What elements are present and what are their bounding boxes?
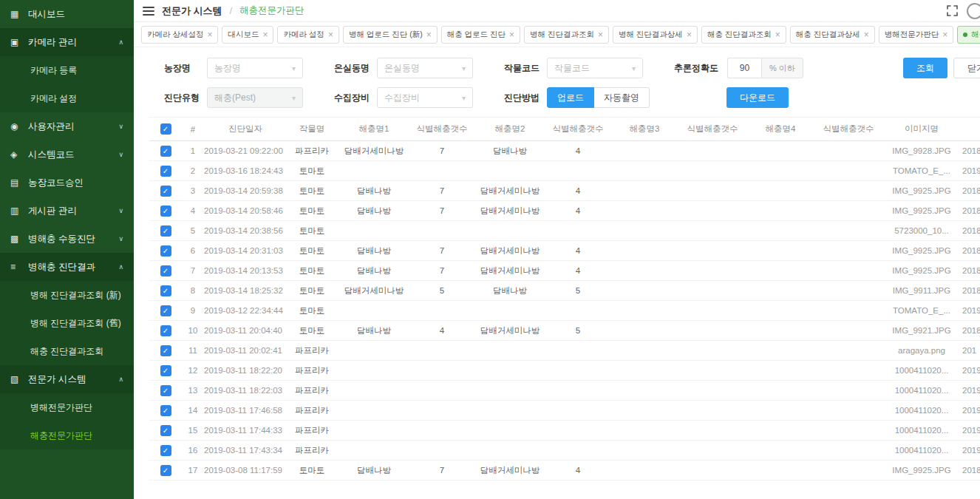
diagnosis-type-select[interactable]: 해충(Pest) ▾ [207, 87, 303, 108]
table-row[interactable]: 122019-03-11 18:22:20파프리카1000411020...20… [149, 361, 980, 381]
sidebar-subitem[interactable]: 해충전문가판단 [0, 421, 134, 449]
row-checkbox[interactable] [160, 245, 171, 257]
column-header[interactable]: 해충명1 [337, 118, 411, 141]
table-row[interactable]: 152019-03-11 17:44:33파프리카1000411020...20… [149, 421, 980, 441]
column-header[interactable]: 이미지명 [881, 118, 962, 141]
table-row[interactable]: 32019-03-14 20:59:38토마토담배나방7담배거세미나방4IMG_… [149, 181, 980, 201]
row-checkbox[interactable] [160, 265, 171, 276]
row-checkbox[interactable] [160, 166, 171, 177]
download-button[interactable]: 다운로드 [727, 87, 789, 108]
column-header[interactable]: 식별해충갯수 [547, 118, 609, 141]
table-row[interactable]: 142019-03-11 17:46:58파프리카1000411020...20… [149, 401, 980, 421]
select-all-checkbox[interactable] [160, 123, 171, 135]
tab[interactable]: 병해전문가판단× [879, 26, 954, 44]
sidebar-item[interactable]: ◈시스템코드∨ [0, 140, 134, 169]
sidebar-item[interactable]: ▧전문가 시스템∧ [0, 365, 134, 393]
table-row[interactable]: 92019-03-12 22:34:44토마토TOMATO_E_...2019 [149, 301, 980, 321]
accuracy-input[interactable] [727, 58, 761, 78]
farm-select[interactable]: 농장명 ▾ [207, 58, 303, 78]
tab[interactable]: 해충 업로드 진단× [441, 26, 520, 44]
menu-toggle-icon[interactable] [143, 5, 154, 17]
sidebar-subitem[interactable]: 병해전문가판단 [0, 393, 134, 421]
row-checkbox[interactable] [160, 285, 171, 296]
row-checkbox[interactable] [160, 365, 171, 376]
equipment-select[interactable]: 수집장비 ▾ [377, 87, 473, 108]
table-row[interactable]: 112019-03-11 20:02:41파프리카aragaya.png201 [149, 341, 980, 361]
column-header[interactable]: 해충명2 [473, 118, 547, 141]
method-auto-button[interactable]: 자동촬영 [594, 87, 650, 108]
row-checkbox[interactable] [160, 385, 171, 396]
row-checkbox[interactable] [160, 345, 171, 356]
row-checkbox[interactable] [160, 146, 171, 157]
table-row[interactable]: 52019-03-14 20:38:56토마토5723000_10...2018 [149, 221, 980, 241]
user-avatar[interactable] [967, 3, 980, 19]
table-row[interactable]: 172019-03-08 11:17:59토마토담배나방7담배거세미나방4IMG… [149, 461, 980, 481]
sidebar-subitem[interactable]: 병해 진단결과조회 (舊) [0, 309, 134, 337]
table-row[interactable]: 22019-03-16 18:24:43토마토TOMATO_E_...2019 [149, 161, 980, 181]
tab[interactable]: 병해 업로드 진단 (新)× [343, 26, 438, 44]
table-row[interactable]: 42019-03-14 20:58:46토마토담배나방7담배거세미나방4IMG_… [149, 201, 980, 221]
tab[interactable]: 카메라 설정× [277, 26, 338, 44]
tab[interactable]: 해충 진단결과상세× [790, 26, 875, 44]
sidebar-subitem[interactable]: 해충 진단결과조회 [0, 337, 134, 365]
row-checkbox[interactable] [160, 465, 171, 476]
sidebar-item[interactable]: ≡병해충 진단결과∧ [0, 253, 134, 281]
table-row[interactable]: 102019-03-11 20:04:40토마토담배나방4담배거세미나방5IMG… [149, 321, 980, 341]
row-checkbox[interactable] [160, 186, 171, 197]
column-header[interactable]: 작물명 [287, 118, 337, 141]
sidebar-subitem[interactable]: 병해 진단결과조회 (新) [0, 281, 134, 309]
table-row[interactable]: 162019-03-11 17:43:34파프리카1000411020...20… [149, 441, 980, 461]
tab[interactable]: 대시보드× [222, 26, 273, 44]
table-row[interactable]: 72019-03-14 20:13:53토마토담배나방7담배거세미나방4IMG_… [149, 261, 980, 281]
tab-close-icon[interactable]: × [328, 30, 333, 39]
tab-close-icon[interactable]: × [598, 30, 603, 39]
column-header[interactable]: 식별해충갯수 [680, 118, 745, 141]
sidebar-item[interactable]: ▦대시보드 [0, 0, 134, 28]
column-header[interactable]: 식별해충갯수 [411, 118, 473, 141]
row-checkbox[interactable] [160, 325, 171, 336]
tab-close-icon[interactable]: × [262, 30, 268, 39]
table-row[interactable]: 62019-03-14 20:31:03토마토담배나방7담배거세미나방4IMG_… [149, 241, 980, 261]
sidebar-item[interactable]: ▤농장코드승인 [0, 169, 134, 197]
table-row[interactable]: 12019-03-21 09:22:00파프리카담배거세미나방7담배나방4IMG… [149, 141, 980, 161]
row-checkbox[interactable] [160, 405, 171, 416]
table-row[interactable]: 82019-03-14 18:25:32토마토담배거세미나방5담배나방5IMG_… [149, 281, 980, 301]
column-header[interactable]: 해충명3 [609, 118, 680, 141]
sidebar-item[interactable]: ▩병해충 수동진단∨ [0, 225, 134, 253]
sidebar-item[interactable]: ◉사용자관리∨ [0, 112, 134, 140]
tab-close-icon[interactable]: × [864, 30, 869, 39]
tab[interactable]: 병해 진단결과상세× [613, 26, 698, 44]
sidebar-item[interactable]: ▣카메라 관리∧ [0, 28, 134, 56]
close-button[interactable]: 닫기 [953, 58, 980, 78]
row-checkbox[interactable] [160, 305, 171, 316]
column-header[interactable] [962, 118, 980, 141]
tab[interactable]: 카메라 상세설정× [141, 26, 218, 44]
search-button[interactable]: 조회 [903, 58, 947, 78]
cell-pest1: 담배거세미나방 [337, 281, 411, 301]
method-upload-button[interactable]: 업로드 [547, 87, 594, 108]
greenhouse-select[interactable]: 온실동명 ▾ [377, 58, 473, 78]
row-checkbox[interactable] [160, 425, 171, 436]
tab[interactable]: 해충전문가판단× [957, 26, 980, 44]
tab-close-icon[interactable]: × [509, 30, 514, 39]
column-header[interactable]: # [182, 118, 204, 141]
column-header[interactable]: 진단일자 [204, 118, 287, 141]
crop-code-select[interactable]: 작물코드 ▾ [547, 58, 643, 78]
column-header[interactable]: 식별해충갯수 [816, 118, 881, 141]
fullscreen-icon[interactable] [947, 5, 958, 16]
sidebar-item[interactable]: ▥게시판 관리∨ [0, 197, 134, 225]
table-row[interactable]: 132019-03-11 18:22:03파프리카1000411020...20… [149, 381, 980, 401]
column-header[interactable]: 해충명4 [745, 118, 816, 141]
tab[interactable]: 병해 진단결과조회× [524, 26, 609, 44]
tab-close-icon[interactable]: × [426, 30, 432, 39]
sidebar-subitem[interactable]: 카메라 등록 [0, 56, 134, 84]
tab[interactable]: 해충 진단결과조회× [701, 26, 786, 44]
sidebar-subitem[interactable]: 카메라 설정 [0, 84, 134, 112]
tab-close-icon[interactable]: × [775, 30, 780, 39]
row-checkbox[interactable] [160, 206, 171, 217]
tab-close-icon[interactable]: × [687, 30, 692, 39]
tab-close-icon[interactable]: × [942, 30, 947, 39]
tab-close-icon[interactable]: × [207, 30, 212, 39]
row-checkbox[interactable] [160, 225, 171, 237]
row-checkbox[interactable] [160, 445, 171, 456]
